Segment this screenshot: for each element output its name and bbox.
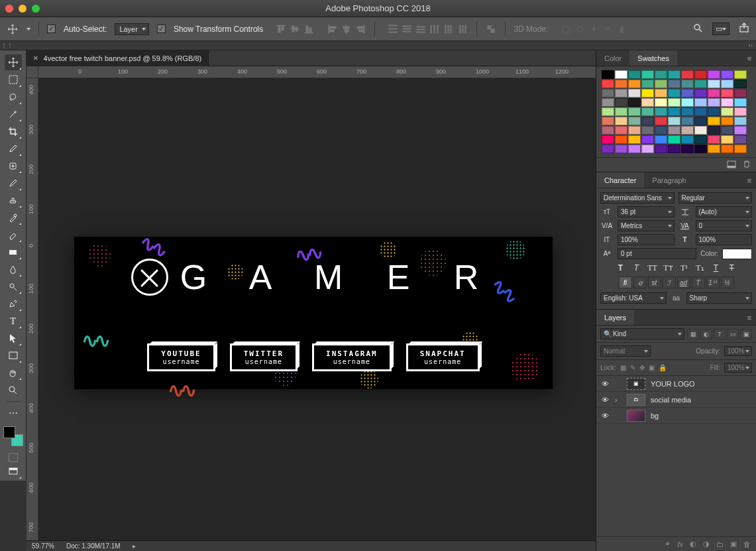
swatch[interactable] (694, 135, 707, 144)
fill-input[interactable]: 100% (724, 363, 752, 373)
swatch[interactable] (734, 135, 747, 144)
ligatures-button[interactable]: fi (619, 276, 632, 288)
workspace-dropdown[interactable]: ▭ (712, 23, 729, 35)
link-layers-icon[interactable]: ⚭ (665, 540, 671, 548)
swatch[interactable] (628, 89, 641, 97)
delete-layer-icon[interactable]: 🗑 (743, 540, 751, 548)
lock-all-icon[interactable]: 🔒 (659, 364, 667, 371)
align-right-button[interactable] (354, 23, 366, 35)
swatch[interactable] (668, 98, 680, 107)
healing-brush-tool[interactable] (5, 158, 22, 174)
screen-mode-button[interactable] (5, 463, 22, 479)
filter-type-icon[interactable]: T (714, 329, 726, 339)
titling-alt-button[interactable]: T (692, 276, 705, 288)
rectangle-tool[interactable] (5, 347, 22, 363)
swatch[interactable] (615, 89, 627, 97)
eyedropper-tool[interactable] (5, 141, 22, 156)
tab-color[interactable]: Color (596, 50, 629, 66)
distribute-bottom-button[interactable] (415, 23, 427, 35)
swatch[interactable] (615, 117, 627, 125)
tab-paragraph[interactable]: Paragraph (644, 172, 694, 188)
swatch[interactable] (641, 145, 654, 153)
layer-row[interactable]: 👁▣YOUR LOGO (596, 376, 756, 392)
swatch[interactable] (628, 70, 641, 79)
font-size-input[interactable]: 36 pt (618, 206, 675, 217)
swatch[interactable] (641, 135, 654, 144)
swatch[interactable] (681, 135, 694, 144)
swatch[interactable] (681, 98, 694, 107)
swatch[interactable] (721, 126, 733, 135)
swatch[interactable] (615, 126, 627, 135)
status-flyout-icon[interactable]: ▸ (133, 542, 136, 550)
align-bottom-button[interactable] (303, 23, 315, 35)
layer-filter-dropdown[interactable]: 🔍Kind (600, 328, 684, 339)
italic-button[interactable]: T (631, 262, 643, 274)
dodge-tool[interactable] (5, 278, 22, 294)
swatch[interactable] (602, 145, 614, 153)
swatch[interactable] (668, 89, 680, 97)
swatch[interactable] (694, 98, 707, 107)
swatch[interactable] (681, 70, 694, 79)
layer-row[interactable]: 👁›🗀social media (596, 392, 756, 408)
close-tab-icon[interactable]: × (33, 53, 38, 63)
lock-brush-icon[interactable]: ✎ (630, 364, 635, 371)
layer-row[interactable]: 👁bg (596, 408, 756, 424)
subscript-button[interactable]: T₁ (694, 262, 706, 274)
swatch[interactable] (668, 135, 680, 144)
layer-fx-icon[interactable]: fx (677, 540, 683, 548)
zoom-level[interactable]: 59.77% (32, 542, 54, 550)
swatch[interactable] (668, 70, 680, 79)
swatch[interactable] (615, 80, 627, 88)
magic-wand-tool[interactable] (5, 106, 22, 122)
swatch[interactable] (694, 145, 707, 153)
swatch[interactable] (734, 107, 747, 116)
auto-align-button[interactable] (485, 23, 497, 35)
swatch[interactable] (602, 107, 614, 116)
swatch[interactable] (708, 126, 720, 135)
lasso-tool[interactable] (5, 89, 22, 105)
visibility-toggle-icon[interactable]: 👁 (600, 380, 610, 388)
pen-tool[interactable] (5, 296, 22, 312)
swatch[interactable] (681, 80, 694, 88)
swatch[interactable] (734, 98, 747, 107)
swatch[interactable] (668, 107, 680, 116)
swatch[interactable] (708, 98, 720, 107)
swatch[interactable] (615, 107, 627, 116)
foreground-color-swatch[interactable] (3, 426, 15, 438)
swatch[interactable] (615, 145, 627, 153)
swash-button[interactable]: ℐ (663, 276, 676, 288)
tab-swatches[interactable]: Swatches (629, 50, 677, 66)
language-dropdown[interactable]: English: USA (600, 292, 667, 304)
lock-artboard-icon[interactable]: ▣ (649, 364, 655, 371)
opacity-input[interactable]: 100% (724, 346, 752, 356)
zoom-tool[interactable] (5, 382, 22, 398)
swatch[interactable] (602, 98, 614, 107)
kerning-dropdown[interactable]: Metrics (618, 220, 675, 231)
swatch[interactable] (602, 135, 614, 144)
swatch[interactable] (655, 117, 667, 125)
swatch[interactable] (708, 145, 720, 153)
text-color-swatch[interactable] (722, 249, 752, 259)
swatch[interactable] (734, 89, 747, 97)
swatch[interactable] (721, 89, 733, 97)
distribute-right-button[interactable] (457, 23, 468, 35)
horizontal-ruler[interactable]: 0100200300400500600700800900100011001200 (38, 66, 596, 78)
layer-list[interactable]: 👁▣YOUR LOGO👁›🗀social media👁bg (596, 376, 756, 536)
swatch[interactable] (694, 107, 707, 116)
swatch[interactable] (641, 107, 654, 116)
tab-layers[interactable]: Layers (596, 310, 634, 325)
swatch[interactable] (721, 117, 733, 125)
discretionary-lig-button[interactable]: st (648, 276, 661, 288)
vertical-ruler[interactable]: 4003002001000100200300400500600700 (27, 78, 38, 540)
distribute-vcenter-button[interactable] (401, 23, 413, 35)
filter-adjust-icon[interactable]: ◐ (700, 329, 712, 339)
swatch[interactable] (655, 107, 667, 116)
leading-input[interactable]: (Auto) (696, 206, 753, 217)
swatch[interactable] (655, 89, 667, 97)
panel-menu-icon[interactable]: ≡ (743, 172, 756, 188)
swatch[interactable] (668, 117, 680, 125)
swatch[interactable] (602, 80, 614, 88)
bold-button[interactable]: T (615, 262, 627, 274)
left-grip-icon[interactable]: ⋮⋮ (1, 42, 13, 48)
doc-size-label[interactable]: Doc: 1.30M/17.1M (66, 542, 121, 550)
